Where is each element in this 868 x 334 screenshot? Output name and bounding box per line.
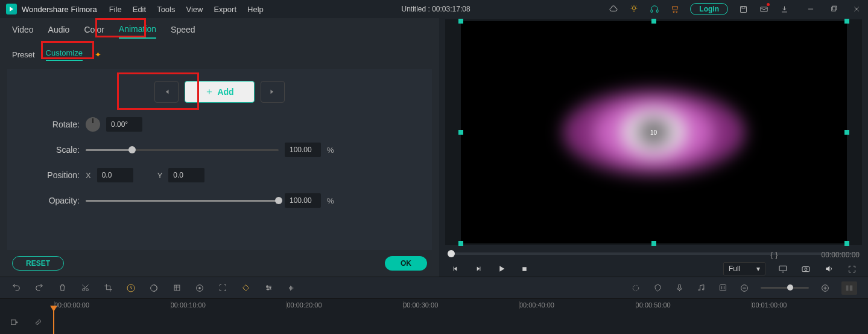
lightbulb-icon[interactable] [629, 4, 639, 14]
opacity-slider-thumb[interactable] [275, 197, 282, 204]
opacity-label: Opacity: [25, 196, 80, 205]
handle-tr[interactable] [844, 19, 849, 24]
minimize-icon[interactable] [805, 4, 816, 14]
zoom-slider[interactable] [761, 287, 809, 289]
menu-tools[interactable]: Tools [157, 5, 175, 14]
handle-bl[interactable] [458, 241, 463, 246]
svg-point-27 [267, 289, 269, 291]
tab-animation[interactable]: Animation [119, 24, 156, 39]
handle-br[interactable] [844, 241, 849, 246]
scale-value-input[interactable] [285, 143, 321, 157]
svg-rect-6 [742, 6, 745, 8]
cart-icon[interactable] [670, 4, 680, 14]
rotate-value-input[interactable] [106, 117, 142, 132]
cloud-icon[interactable] [608, 4, 619, 14]
crop-icon[interactable] [103, 283, 113, 294]
handle-bm[interactable] [651, 241, 656, 246]
zoom-out-icon[interactable] [739, 283, 750, 294]
prev-keyframe-button[interactable] [154, 81, 179, 103]
zoom-slider-thumb[interactable] [787, 284, 793, 291]
menu-export[interactable]: Export [214, 5, 236, 14]
scale-slider[interactable] [86, 149, 279, 151]
scale-row: Scale: % [25, 143, 414, 157]
tab-audio[interactable]: Audio [48, 25, 70, 38]
position-x-input[interactable] [97, 168, 133, 182]
play-pause-button[interactable] [473, 263, 484, 274]
tab-video[interactable]: Video [12, 25, 34, 38]
timeline-playhead[interactable] [53, 310, 54, 334]
zoom-in-icon[interactable] [820, 283, 831, 294]
fullscreen-icon[interactable] [846, 263, 857, 274]
preview-viewport[interactable]: 10 [445, 19, 862, 245]
scale-slider-thumb[interactable] [128, 146, 136, 153]
link-track-icon[interactable] [33, 317, 43, 328]
music-icon[interactable] [695, 283, 706, 294]
menu-file[interactable]: File [109, 5, 122, 14]
audio-waveform-icon[interactable] [286, 283, 297, 294]
mask-dots-icon[interactable] [630, 283, 641, 294]
reset-button[interactable]: RESET [12, 256, 64, 271]
rotate-label: Rotate: [25, 120, 80, 129]
transport-bar: Full▾ [445, 259, 862, 277]
resolution-select[interactable]: Full▾ [723, 262, 765, 275]
subtab-customize[interactable]: Customize [46, 48, 83, 61]
video-frame[interactable]: 10 [461, 21, 847, 243]
subtab-preset[interactable]: Preset [12, 50, 35, 59]
display-icon[interactable] [778, 263, 788, 274]
step-back-button[interactable] [450, 263, 461, 274]
timeline-tracks[interactable] [0, 310, 868, 334]
handle-ml[interactable] [458, 130, 463, 135]
stop-button[interactable] [519, 263, 530, 274]
add-track-icon[interactable] [8, 317, 19, 328]
volume-icon[interactable] [823, 263, 834, 274]
menu-edit[interactable]: Edit [133, 5, 146, 14]
maximize-icon[interactable] [828, 4, 839, 14]
track-layout-icon[interactable] [841, 281, 857, 295]
speed-icon[interactable] [125, 283, 136, 294]
undo-icon[interactable] [11, 283, 22, 294]
login-button[interactable]: Login [690, 3, 728, 15]
greenscreen-icon[interactable] [171, 283, 182, 294]
play-button[interactable] [496, 263, 507, 274]
preview-seekbar[interactable]: { } 00:00:00:00 [448, 252, 860, 255]
opacity-value-input[interactable] [285, 193, 321, 208]
marker-icon[interactable] [652, 283, 663, 294]
svg-rect-16 [802, 267, 809, 272]
mixer-icon[interactable] [717, 283, 728, 294]
headphones-icon[interactable] [649, 4, 660, 14]
position-y-input[interactable] [168, 168, 204, 182]
timeline-ruler[interactable]: 00:00:00:00 00:00:10:00 00:00:20:00 00:0… [0, 298, 868, 310]
sliders-icon[interactable] [263, 283, 274, 294]
mic-icon[interactable] [674, 283, 685, 294]
position-row: Position: X Y [25, 168, 414, 182]
close-icon[interactable] [851, 4, 862, 14]
add-keyframe-button[interactable]: Add [185, 81, 255, 103]
svg-rect-35 [846, 285, 849, 291]
handle-tm[interactable] [651, 19, 656, 24]
handle-tl[interactable] [458, 19, 463, 24]
motion-icon[interactable] [194, 283, 205, 294]
mail-icon[interactable] [758, 4, 769, 14]
menu-view[interactable]: View [186, 5, 203, 14]
redo-icon[interactable] [34, 283, 45, 294]
download-icon[interactable] [779, 4, 790, 14]
svg-rect-15 [779, 266, 787, 271]
tab-color[interactable]: Color [84, 25, 104, 38]
opacity-slider[interactable] [86, 200, 279, 202]
ok-button[interactable]: OK [385, 256, 427, 271]
svg-point-24 [199, 287, 201, 289]
menu-help[interactable]: Help [247, 5, 264, 14]
snapshot-icon[interactable] [800, 263, 811, 274]
handle-mr[interactable] [844, 130, 849, 135]
detect-icon[interactable] [217, 283, 228, 294]
rotate-dial[interactable] [86, 117, 100, 132]
cut-icon[interactable] [80, 283, 90, 294]
keyframe-icon[interactable] [240, 283, 251, 294]
next-keyframe-button[interactable] [261, 81, 285, 103]
color-icon[interactable] [148, 283, 159, 294]
delete-icon[interactable] [57, 283, 68, 294]
preview-seekbar-thumb[interactable] [448, 250, 455, 257]
save-icon[interactable] [738, 4, 749, 14]
tab-speed[interactable]: Speed [171, 25, 195, 38]
properties-panel: Video Audio Color Animation Speed Preset… [0, 18, 439, 277]
